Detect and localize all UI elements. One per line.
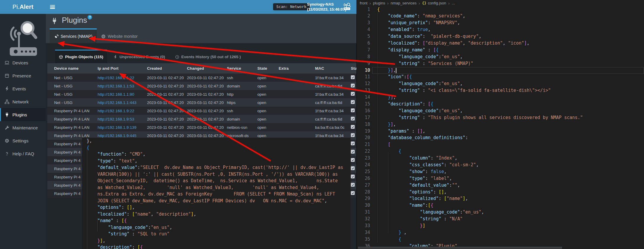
tab-label: Services (NMAP) [61,34,92,39]
sidebar-item[interactable]: Plugins [0,108,46,121]
ip-port-link[interactable]: http://192.168.1.1:80 [98,92,134,97]
sidebar-item-label: Maintenance [12,125,38,130]
code-lines: },{ "function": "CMD", "type": "text", "… [87,138,343,249]
sidebar-item-label: Settings [12,138,28,143]
horizontal-scrollbar[interactable] [358,247,562,249]
sidebar-item-icon [4,86,9,91]
config-json-sql-snippet[interactable]: },{ "function": "CMD", "type": "text", "… [82,138,351,249]
plugin-tab[interactable]: Website monitor [97,28,142,43]
status-checkbox[interactable] [351,133,355,137]
status-checkbox[interactable] [351,100,355,104]
help-badge[interactable]: ? [88,15,92,19]
col-header-extra[interactable]: Extra [279,66,313,71]
device-name-cell: Raspberry Pi 4 LAN [47,134,98,138]
status-checkbox[interactable] [351,92,355,96]
brand-suffix: Alert [20,4,33,10]
plugin-subtab[interactable]: Unprocessed Events (0) [109,50,169,63]
sidebar-item[interactable]: Help / FAQ [0,147,46,160]
ip-port-link[interactable]: http://192.168.1.1:22 [98,76,134,80]
sidebar-item[interactable]: Events [0,82,46,95]
changed-cell: 2023-03-11 02:47:20 [187,76,227,80]
sidebar-item-label: Help / FAQ [12,151,34,156]
plugin-subtab[interactable]: Plugin Objects (115) [55,50,107,63]
col-header-mac[interactable]: MAC [313,66,347,71]
sidebar-item-icon [4,151,9,156]
breadcrumb-item[interactable]: nmap_services [385,1,417,6]
plugin-tabs: Services (NMAP) Website monitor [50,28,142,43]
breadcrumb-label: front [360,1,367,5]
breadcrumb-item[interactable]: ... [446,1,455,6]
col-header-state[interactable]: State [257,66,279,71]
state-cell: open [257,109,279,113]
sidebar-item-label: Events [12,86,26,91]
status-checkbox[interactable] [351,75,355,79]
sidebar-item[interactable]: Devices [0,56,46,69]
device-name-cell: Net - USG [47,100,98,105]
editor-code[interactable]: { "code_name": "nmap_services", "unique_… [377,6,583,249]
status-checkbox[interactable] [351,175,355,178]
col-header-service[interactable]: Service [227,66,257,71]
col-header-ip-and-port[interactable]: Ip and Port [98,66,147,71]
mac-cell: ca:ff:ff:ca:ba:6d [313,117,347,121]
col-header-changed[interactable]: Changed [187,66,227,71]
top-navbar: Pi.Alert Scan: Network Synology-NAS (11/… [0,0,356,14]
plugin-tab[interactable]: Services (NMAP) [50,28,97,43]
breadcrumb-item[interactable]: {}config.json [417,1,446,6]
ip-port-link[interactable]: http://192.168.1.1:53 [98,84,134,88]
mac-cell: 1f:ba:ff:ca:ba:34 [313,109,347,113]
hamburger-menu-icon[interactable] [50,5,55,9]
status-checkbox[interactable] [351,150,355,154]
app-brand[interactable]: Pi.Alert [0,0,46,14]
sidebar-item[interactable]: Presence [0,69,46,82]
ip-port-link[interactable]: http://192.168.1.9:22 [98,109,134,113]
plugin-subtabs: Plugin Objects (115) Unprocessed Events … [55,50,245,63]
tab-label: Website monitor [108,34,138,39]
table-row: Raspberry Pi 4 LAN http://192.168.1.9:13… [47,123,356,131]
sidebar-item-label: Presence [12,73,31,78]
created-cell: 2023-03-11 02:47:20 [147,117,187,121]
sidebar-item[interactable]: Settings [0,134,46,147]
plugin-subtab[interactable]: Events History (50 out of 1265 ) [171,50,245,63]
ip-port-link[interactable]: http://192.168.1.1:443 [98,100,136,105]
nas-status: Synology-NAS (11/03/2023, 15:46:07) [307,2,346,12]
breadcrumb: frontpluginsnmap_services{}config.json..… [360,0,455,6]
col-header-device-name[interactable]: Device name [47,66,98,71]
sidebar-item[interactable]: Maintenance [0,121,46,134]
ip-port-link[interactable]: http://192.168.1.9:445 [98,134,136,138]
table-row: Raspberry Pi 4 LAN http://192.168.1.9:22… [47,107,356,115]
nas-name: Synology-NAS [307,2,346,7]
status-checkbox[interactable] [351,117,355,121]
status-checkbox[interactable] [351,166,355,170]
sidebar-item[interactable]: Network [0,95,46,108]
plug-icon [51,17,58,25]
col-header-status[interactable]: Status [347,66,356,71]
service-cell: https [227,100,257,105]
created-cell: 2023-03-11 02:47:20 [147,100,187,105]
status-checkbox[interactable] [351,158,355,162]
col-header-created[interactable]: Created [147,66,187,71]
status-checkbox[interactable] [351,84,355,87]
sidebar-item-label: Devices [12,60,28,65]
status-checkbox[interactable] [351,108,355,112]
ip-port-link[interactable]: http://192.168.1.9:139 [98,125,136,130]
created-cell: 2023-03-11 02:47:20 [147,92,187,97]
table-row: Net - USG http://192.168.1.1:53 2023-03-… [47,82,356,90]
status-checkbox[interactable] [351,141,355,145]
device-name-cell: Net - USG [47,76,98,80]
breadcrumb-item[interactable]: front [360,1,367,5]
status-checkbox[interactable] [351,183,355,187]
ip-port-link[interactable]: http://192.168.1.9:53 [98,117,134,121]
page-title-text: Plugins [62,16,87,25]
breadcrumb-item[interactable]: plugins [367,1,385,6]
mac-cell: ca:ff:ff:ca:ba:6d [313,100,347,105]
changed-cell: 2023-03-11 02:47:20 [187,117,227,121]
code-editor: frontpluginsnmap_services{}config.json..… [356,0,644,249]
nas-timestamp: (11/03/2023, 15:46:07) [307,7,346,12]
status-checkbox[interactable] [351,125,355,129]
status-checkbox[interactable] [351,191,355,195]
service-cell: netbios-ssn [227,125,257,130]
mac-cell: 1f:ba:ff:ca:ba:34 [313,134,347,138]
subtab-label: Plugin Objects (115) [65,55,103,59]
service-cell: http [227,92,257,97]
subtab-icon [175,55,179,59]
